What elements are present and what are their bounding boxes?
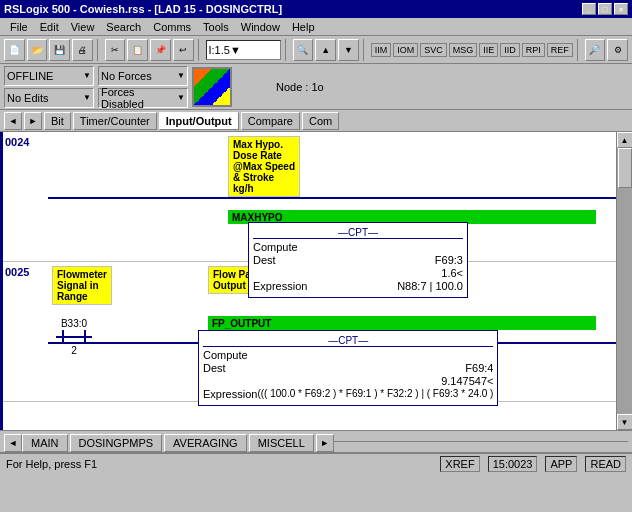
paste-btn[interactable]: 📌 [150,39,171,61]
rung-0024-content: Max Hypo. Dose Rate @Max Speed & Stroke … [48,132,616,261]
msg-btn[interactable]: MSG [449,43,478,57]
rung-0025-green-bar: FP_OUTPUT [208,316,596,330]
rung-0025-cpt-box: —CPT— Compute Dest F69:4 9.147547< Expre… [198,330,498,406]
iom-btn[interactable]: IOM [393,43,418,57]
menu-file[interactable]: File [4,20,34,34]
up-btn[interactable]: ▲ [315,39,336,61]
window-controls: _ □ × [582,3,628,15]
rung-0025-number: 0025 [3,262,48,401]
toolbar-1: 📄 📂 💾 🖨 ✂ 📋 📌 ↩ I:1.5 ▼ 🔍 ▲ ▼ IIM IOM SV… [0,36,632,64]
rung-0024-line [48,197,616,199]
iim-btn[interactable]: IIM [371,43,392,57]
go-btn[interactable]: 🔍 [293,39,314,61]
scroll-track[interactable] [617,148,632,414]
title-bar: RSLogix 500 - Cowiesh.rss - [LAD 15 - DO… [0,0,632,18]
menu-tools[interactable]: Tools [197,20,235,34]
undo-btn[interactable]: ↩ [173,39,194,61]
node-label: Node : 1o [276,81,324,93]
scroll-thumb[interactable] [618,148,632,188]
tab-spacer [334,441,628,442]
rung-0024-number: 0024 [3,132,48,261]
status-line: 15:0023 [488,456,538,472]
right-scrollbar: ▲ ▼ [616,132,632,430]
separator-1 [97,39,101,61]
nav-bar: ◄ ► Bit Timer/Counter Input/Output Compa… [0,110,632,132]
minimize-btn[interactable]: _ [582,3,596,15]
menu-help[interactable]: Help [286,20,321,34]
menu-search[interactable]: Search [100,20,147,34]
menu-view[interactable]: View [65,20,101,34]
settings-btn[interactable]: ⚙ [607,39,628,61]
bottom-tab-bar: ◄ MAIN DOSINGPMPS AVERAGING MISCELL ► [0,430,632,452]
address-dropdown[interactable]: I:1.5 ▼ [206,40,281,60]
no-edits-dropdown[interactable]: No Edits ▼ [4,88,94,108]
tab-miscell[interactable]: MISCELL [249,434,314,452]
iie-btn[interactable]: IIE [479,43,498,57]
color-square [192,67,232,107]
menu-edit[interactable]: Edit [34,20,65,34]
rung-0025-yellow1: Flowmeter Signal in Range [52,266,112,305]
rung-0024: 0024 Max Hypo. Dose Rate @Max Speed & St… [3,132,616,262]
forces-dropdowns: No Forces ▼ Forces Disabled ▼ [98,66,188,108]
iim-buttons: IIM IOM SVC MSG IIE IID RPI REF [371,43,573,57]
tab-bit[interactable]: Bit [44,112,71,130]
status-xref[interactable]: XREF [440,456,479,472]
status-mode: READ [585,456,626,472]
open-btn[interactable]: 📂 [27,39,48,61]
nav-next-btn[interactable]: ► [24,112,42,130]
separator-2 [198,39,202,61]
ladder-area[interactable]: 0024 Max Hypo. Dose Rate @Max Speed & St… [3,132,616,430]
tab-scroll-right[interactable]: ► [316,434,334,452]
menu-bar: File Edit View Search Comms Tools Window… [0,18,632,36]
ref-btn[interactable]: REF [547,43,573,57]
forces-disabled-dropdown[interactable]: Forces Disabled ▼ [98,88,188,108]
tab-input-output[interactable]: Input/Output [159,112,239,130]
title-text: RSLogix 500 - Cowiesh.rss - [LAD 15 - DO… [4,3,282,15]
close-btn[interactable]: × [614,3,628,15]
menu-comms[interactable]: Comms [147,20,197,34]
rpi-btn[interactable]: RPI [522,43,545,57]
scroll-down-btn[interactable]: ▼ [617,414,633,430]
save-btn[interactable]: 💾 [49,39,70,61]
down-btn[interactable]: ▼ [338,39,359,61]
separator-3 [285,39,289,61]
status-help: For Help, press F1 [6,458,432,470]
separator-4 [363,39,367,61]
cut-btn[interactable]: ✂ [105,39,126,61]
tab-dosingpmps[interactable]: DOSINGPMPS [70,434,163,452]
copy-btn[interactable]: 📋 [127,39,148,61]
status-dropdowns: OFFLINE ▼ No Edits ▼ [4,66,94,108]
maximize-btn[interactable]: □ [598,3,612,15]
svc-btn[interactable]: SVC [420,43,447,57]
rung-0024-cpt-box: —CPT— Compute Dest F69:3 1.6< Expression… [248,222,468,298]
nav-prev-btn[interactable]: ◄ [4,112,22,130]
main-content: 0024 Max Hypo. Dose Rate @Max Speed & St… [0,132,632,430]
status-bar: For Help, press F1 XREF 15:0023 APP READ [0,452,632,474]
tab-scroll-left[interactable]: ◄ [4,434,22,452]
toolbar-2: OFFLINE ▼ No Edits ▼ No Forces ▼ Forces … [0,64,632,110]
iid-btn[interactable]: IID [500,43,520,57]
print-btn[interactable]: 🖨 [72,39,93,61]
no-forces-dropdown[interactable]: No Forces ▼ [98,66,188,86]
rung-0025-contact-label: B33:0 2 [56,318,92,356]
zoom-btn[interactable]: 🔎 [585,39,606,61]
menu-window[interactable]: Window [235,20,286,34]
tab-compare[interactable]: Compare [241,112,300,130]
offline-dropdown[interactable]: OFFLINE ▼ [4,66,94,86]
new-btn[interactable]: 📄 [4,39,25,61]
rung-0024-yellow: Max Hypo. Dose Rate @Max Speed & Stroke … [228,136,300,197]
separator-5 [577,39,581,61]
tab-timer-counter[interactable]: Timer/Counter [73,112,157,130]
scroll-up-btn[interactable]: ▲ [617,132,633,148]
status-app: APP [545,456,577,472]
tab-com[interactable]: Com [302,112,339,130]
tab-averaging[interactable]: AVERAGING [164,434,247,452]
tab-main[interactable]: MAIN [22,434,68,452]
